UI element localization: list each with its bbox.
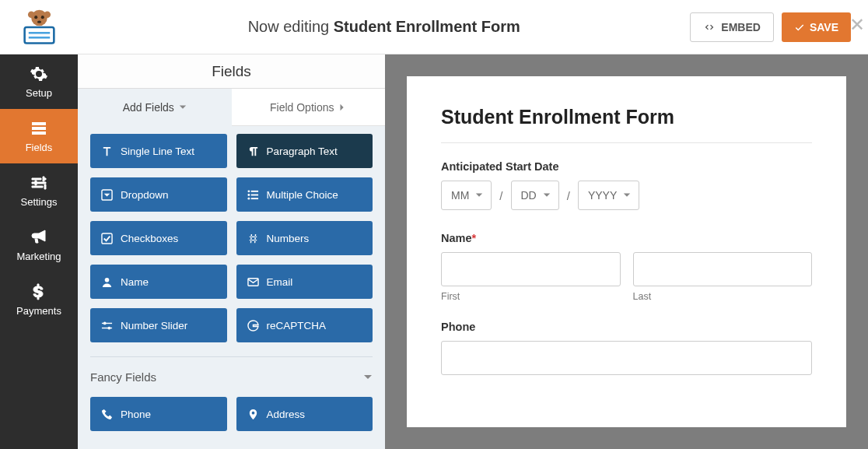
sidebar-item-payments[interactable]: Payments bbox=[0, 272, 78, 327]
last-name-input[interactable] bbox=[633, 252, 813, 286]
field-label: Email bbox=[267, 276, 293, 288]
svg-rect-18 bbox=[250, 198, 257, 199]
chevron-down-icon bbox=[363, 373, 373, 382]
svg-rect-11 bbox=[32, 132, 46, 135]
tab-add-label: Add Fields bbox=[123, 101, 174, 114]
field-phone[interactable]: Phone bbox=[90, 397, 227, 431]
sidebar-fields-label: Fields bbox=[26, 142, 53, 153]
field-numbers[interactable]: Numbers bbox=[236, 221, 373, 255]
panel-body[interactable]: Single Line Text Paragraph Text Dropdown… bbox=[78, 126, 385, 449]
standard-fields-grid: Single Line Text Paragraph Text Dropdown… bbox=[90, 134, 373, 342]
embed-button[interactable]: EMBED bbox=[690, 12, 774, 42]
svg-rect-8 bbox=[28, 37, 49, 39]
svg-point-23 bbox=[103, 321, 107, 324]
field-label: Single Line Text bbox=[121, 146, 194, 157]
field-label: Name bbox=[121, 276, 149, 288]
svg-rect-10 bbox=[32, 127, 46, 130]
form-preview-wrap[interactable]: Student Enrollment Form Anticipated Star… bbox=[385, 54, 868, 449]
svg-point-25 bbox=[107, 326, 110, 329]
field-label: Numbers bbox=[267, 233, 310, 244]
field-dropdown[interactable]: Dropdown bbox=[90, 177, 227, 212]
tab-add-fields[interactable]: Add Fields bbox=[78, 89, 232, 126]
fancy-fields-label: Fancy Fields bbox=[90, 370, 156, 384]
field-label: Phone bbox=[121, 409, 151, 420]
field-single-line-text[interactable]: Single Line Text bbox=[90, 134, 227, 168]
caret-square-icon bbox=[101, 189, 113, 201]
editor-title: Now editing Student Enrollment Form bbox=[78, 18, 690, 36]
embed-button-label: EMBED bbox=[721, 21, 761, 33]
chevron-down-icon bbox=[475, 191, 483, 199]
field-label: Number Slider bbox=[121, 320, 187, 331]
text-cursor-icon bbox=[101, 146, 113, 157]
field-multiple-choice[interactable]: Multiple Choice bbox=[236, 177, 373, 212]
svg-rect-16 bbox=[250, 194, 257, 195]
field-name[interactable]: Name bbox=[90, 265, 227, 299]
tab-options-label: Field Options bbox=[270, 101, 334, 114]
editing-prefix-text: Now editing bbox=[248, 18, 334, 35]
svg-point-4 bbox=[40, 16, 44, 19]
svg-point-13 bbox=[247, 190, 250, 192]
field-label: Dropdown bbox=[121, 189, 169, 201]
field-paragraph-text[interactable]: Paragraph Text bbox=[236, 134, 373, 168]
date-month-value: MM bbox=[451, 189, 469, 202]
gear-icon bbox=[30, 65, 48, 83]
code-icon bbox=[703, 21, 716, 33]
date-month-select[interactable]: MM bbox=[441, 181, 492, 210]
svg-point-15 bbox=[247, 194, 250, 196]
name-label-text: Name bbox=[441, 232, 472, 244]
svg-point-17 bbox=[247, 197, 250, 199]
field-email[interactable]: Email bbox=[236, 265, 373, 299]
sidebar-item-marketing[interactable]: Marketing bbox=[0, 218, 78, 272]
panel-tabs: Add Fields Field Options bbox=[78, 89, 385, 126]
close-icon[interactable]: ✕ bbox=[849, 16, 865, 34]
date-day-select[interactable]: DD bbox=[511, 181, 559, 210]
tab-field-options[interactable]: Field Options bbox=[232, 89, 386, 126]
field-address[interactable]: Address bbox=[236, 397, 373, 431]
left-sidebar: Setup Fields Settings Marketing Payments bbox=[0, 54, 78, 449]
required-marker: * bbox=[472, 232, 477, 244]
svg-rect-19 bbox=[102, 233, 112, 243]
form-preview-title: Student Enrollment Form bbox=[441, 106, 812, 143]
google-g-icon bbox=[247, 320, 259, 331]
panel-header: Fields bbox=[78, 54, 385, 89]
sliders-h-icon bbox=[101, 320, 113, 331]
phone-input[interactable] bbox=[441, 341, 812, 375]
sidebar-item-setup[interactable]: Setup bbox=[0, 54, 78, 109]
app-logo bbox=[0, 0, 78, 54]
svg-point-20 bbox=[105, 277, 110, 282]
wpforms-logo-icon bbox=[18, 9, 61, 46]
date-separator: / bbox=[567, 189, 570, 202]
hashtag-icon bbox=[247, 233, 259, 244]
sidebar-item-fields[interactable]: Fields bbox=[0, 109, 78, 163]
top-bar: Now editing Student Enrollment Form EMBE… bbox=[0, 0, 868, 54]
date-year-select[interactable]: YYYY bbox=[578, 181, 639, 210]
check-square-icon bbox=[101, 233, 113, 244]
field-recaptcha[interactable]: reCAPTCHA bbox=[236, 308, 373, 342]
last-sublabel: Last bbox=[633, 291, 813, 302]
svg-point-3 bbox=[34, 16, 37, 19]
sidebar-payments-label: Payments bbox=[16, 305, 61, 317]
dollar-icon bbox=[30, 282, 48, 301]
date-year-value: YYYY bbox=[588, 189, 617, 202]
phone-field-label: Phone bbox=[441, 321, 812, 333]
first-name-input[interactable] bbox=[441, 252, 621, 286]
fancy-fields-section-header[interactable]: Fancy Fields bbox=[90, 356, 373, 397]
envelope-icon bbox=[247, 276, 259, 288]
first-sublabel: First bbox=[441, 291, 621, 302]
name-field-label: Name* bbox=[441, 232, 812, 244]
chevron-down-icon bbox=[179, 103, 187, 111]
sidebar-marketing-label: Marketing bbox=[16, 251, 61, 262]
fancy-fields-grid: Phone Address bbox=[90, 397, 373, 447]
top-buttons: EMBED SAVE bbox=[690, 12, 868, 42]
svg-point-2 bbox=[44, 11, 51, 18]
field-checkboxes[interactable]: Checkboxes bbox=[90, 221, 227, 255]
sidebar-item-settings[interactable]: Settings bbox=[0, 163, 78, 218]
sliders-icon bbox=[30, 174, 48, 192]
sidebar-settings-label: Settings bbox=[21, 196, 58, 208]
main-area: Setup Fields Settings Marketing Payments… bbox=[0, 54, 868, 449]
chevron-down-icon bbox=[623, 191, 631, 199]
field-number-slider[interactable]: Number Slider bbox=[90, 308, 227, 342]
svg-point-1 bbox=[27, 11, 34, 18]
save-button[interactable]: SAVE bbox=[782, 12, 851, 42]
date-field-label: Anticipated Start Date bbox=[441, 160, 812, 173]
